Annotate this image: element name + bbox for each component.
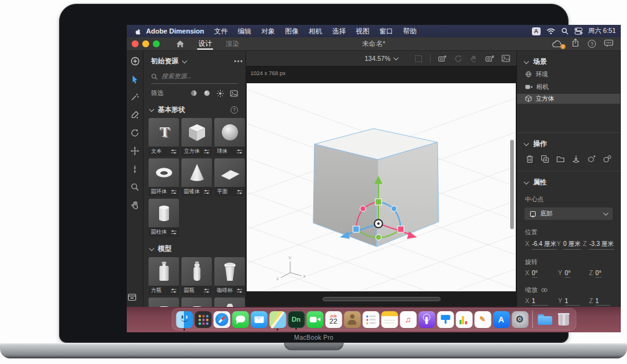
scene-item-camera[interactable]: 相机 bbox=[517, 82, 620, 91]
actions-panel-title[interactable]: 操作 bbox=[533, 139, 547, 148]
filter-models-icon[interactable] bbox=[190, 89, 198, 97]
control-center-icon[interactable] bbox=[574, 27, 583, 35]
dock-finder-icon[interactable] bbox=[176, 311, 193, 328]
section-models[interactable]: 模型 bbox=[150, 244, 238, 253]
sliders-icon[interactable] bbox=[237, 288, 242, 293]
link-icon[interactable] bbox=[541, 288, 548, 293]
material-sample-icon[interactable] bbox=[603, 155, 611, 163]
dock-app-store-icon[interactable]: A bbox=[493, 311, 510, 328]
dock-calendar-icon[interactable]: JUN22 bbox=[325, 311, 342, 328]
menu-view[interactable]: 视图 bbox=[351, 27, 375, 36]
menu-edit[interactable]: 编辑 bbox=[233, 27, 257, 36]
sliders-icon[interactable] bbox=[237, 189, 242, 194]
drop-to-ground-icon[interactable] bbox=[572, 155, 580, 163]
menu-camera[interactable]: 相机 bbox=[304, 27, 327, 36]
asset-search-field[interactable]: 搜索资源... bbox=[151, 72, 238, 84]
scale-z-input[interactable]: 1 bbox=[595, 298, 610, 306]
dock-safari-icon[interactable] bbox=[213, 311, 230, 328]
dock-mail-icon[interactable] bbox=[250, 311, 267, 328]
menu-select[interactable]: 选择 bbox=[327, 27, 351, 36]
scene-panel-title[interactable]: 场景 bbox=[533, 57, 547, 66]
camera-bookmark-icon[interactable] bbox=[485, 55, 494, 63]
asset-tile-partial[interactable] bbox=[214, 298, 245, 307]
dolly-tool[interactable] bbox=[130, 164, 140, 174]
help-icon[interactable]: ? bbox=[588, 40, 596, 48]
asset-tile-cylinder[interactable]: 圆柱体 bbox=[149, 199, 179, 237]
hand-tool[interactable] bbox=[130, 200, 140, 210]
dock-keynote-icon[interactable] bbox=[437, 311, 454, 328]
sliders-icon[interactable] bbox=[237, 149, 242, 154]
dock-system-preferences-icon[interactable]: ⚙ bbox=[511, 311, 528, 328]
orbit-tool[interactable] bbox=[130, 128, 140, 138]
dock-numbers-icon[interactable] bbox=[455, 311, 472, 328]
asset-tile-torus[interactable]: 圆环体 bbox=[149, 158, 179, 196]
sliders-icon[interactable] bbox=[171, 230, 176, 235]
menu-window[interactable]: 窗口 bbox=[375, 27, 398, 36]
asset-tile-partial[interactable] bbox=[149, 298, 179, 307]
sync-status-icon[interactable]: ! bbox=[552, 40, 563, 48]
dock-trash-icon[interactable] bbox=[555, 311, 572, 328]
close-window-button[interactable] bbox=[132, 40, 139, 47]
dock-reminders-icon[interactable] bbox=[362, 311, 379, 328]
dock-maps-icon[interactable] bbox=[269, 311, 286, 328]
asset-tile-partial[interactable] bbox=[181, 298, 212, 307]
dock-facetime-icon[interactable] bbox=[306, 311, 323, 328]
group-icon[interactable] bbox=[556, 155, 565, 163]
filter-images-icon[interactable] bbox=[230, 90, 238, 97]
properties-panel-title[interactable]: 属性 bbox=[533, 178, 547, 187]
asset-tile-coffee-cup[interactable]: 咖啡杯 bbox=[214, 257, 245, 295]
position-z-input[interactable]: -3.3 厘米 bbox=[589, 240, 614, 250]
render-preview-icon[interactable] bbox=[501, 55, 510, 62]
minimize-window-button[interactable] bbox=[142, 40, 149, 47]
select-tool[interactable] bbox=[130, 74, 140, 84]
pan-camera-tool[interactable] bbox=[130, 146, 140, 156]
add-asset-tool[interactable] bbox=[130, 56, 140, 66]
tab-render[interactable]: 渲染 bbox=[223, 37, 242, 50]
menu-clock[interactable]: 周六 6:51 bbox=[588, 27, 616, 35]
dock-launchpad-icon[interactable] bbox=[195, 311, 211, 328]
rotation-z-input[interactable]: 0° bbox=[595, 270, 602, 278]
scale-x-input[interactable]: 1 bbox=[532, 298, 548, 306]
asset-tile-cone[interactable]: 圆锥体 bbox=[181, 158, 212, 196]
pivot-dropdown[interactable]: 底部 bbox=[524, 207, 613, 220]
menu-object[interactable]: 对象 bbox=[257, 27, 280, 36]
delete-icon[interactable] bbox=[526, 155, 534, 163]
apple-menu-icon[interactable] bbox=[134, 27, 142, 35]
orbit-view-icon[interactable] bbox=[454, 55, 462, 63]
vertical-scrollbar[interactable] bbox=[510, 140, 514, 229]
dock-notes-icon[interactable] bbox=[381, 311, 398, 328]
sliders-icon[interactable] bbox=[204, 149, 209, 154]
share-icon[interactable] bbox=[571, 38, 580, 50]
home-button[interactable] bbox=[176, 40, 185, 48]
zoom-window-button[interactable] bbox=[153, 40, 160, 47]
sliders-icon[interactable] bbox=[204, 189, 209, 194]
more-options-icon[interactable] bbox=[237, 60, 239, 62]
input-source-icon[interactable]: A bbox=[532, 27, 541, 35]
magic-wand-tool[interactable] bbox=[130, 92, 140, 102]
zoom-level-dropdown[interactable]: 134.57% bbox=[365, 55, 398, 62]
asset-tile-cube[interactable]: 立方体 bbox=[181, 118, 212, 156]
menu-app-name[interactable]: Adobe Dimension bbox=[146, 27, 204, 35]
assets-panel-title[interactable]: 初始资源 bbox=[151, 57, 178, 66]
pan-view-icon[interactable] bbox=[470, 55, 478, 63]
filter-lights-icon[interactable] bbox=[216, 89, 224, 98]
asset-tile-plane[interactable]: 平面 bbox=[214, 158, 245, 196]
sampler-tool[interactable] bbox=[130, 110, 140, 120]
help-icon-small[interactable]: ? bbox=[231, 106, 238, 114]
scene-item-environment[interactable]: 环境 bbox=[517, 70, 620, 79]
marquee-select-icon[interactable] bbox=[414, 55, 423, 63]
tab-design[interactable]: 设计 bbox=[196, 37, 214, 50]
position-x-input[interactable]: -6.4 厘米 bbox=[532, 240, 557, 250]
rotation-x-input[interactable]: 0° bbox=[532, 270, 538, 278]
scene-item-cube-selected[interactable]: 立方体 bbox=[517, 94, 620, 104]
sliders-icon[interactable] bbox=[171, 189, 176, 194]
menu-file[interactable]: 文件 bbox=[209, 27, 233, 36]
asset-tile-text[interactable]: TT文本 bbox=[149, 118, 179, 156]
filter-materials-icon[interactable] bbox=[203, 89, 211, 97]
dock-downloads-folder-icon[interactable] bbox=[536, 311, 553, 328]
position-y-input[interactable]: 0 厘米 bbox=[563, 240, 580, 250]
dock-pages-icon[interactable]: ✎ bbox=[474, 311, 491, 328]
dock-music-icon[interactable]: ♫ bbox=[400, 311, 416, 328]
camera-add-icon[interactable] bbox=[438, 55, 447, 63]
menu-image[interactable]: 图像 bbox=[280, 27, 304, 36]
